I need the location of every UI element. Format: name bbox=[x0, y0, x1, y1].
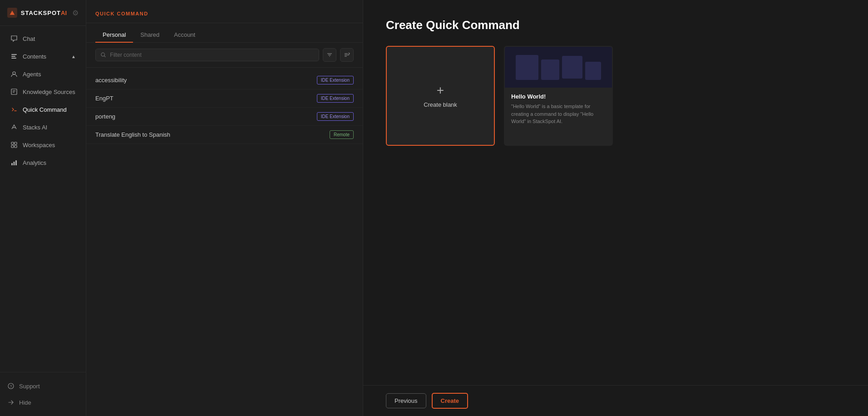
panel-title: QUICK COMMAND bbox=[95, 11, 148, 16]
sidebar-item-stacks-ai[interactable]: Stacks AI bbox=[3, 119, 83, 136]
sort-icon bbox=[344, 52, 350, 58]
svg-rect-3 bbox=[11, 54, 17, 55]
support-item[interactable]: ? Support bbox=[0, 378, 86, 394]
page-title: Create Quick Command bbox=[386, 18, 845, 32]
svg-rect-13 bbox=[15, 142, 17, 144]
filter-button[interactable] bbox=[323, 48, 336, 62]
svg-rect-14 bbox=[11, 145, 14, 148]
contents-chevron-icon: ▲ bbox=[71, 54, 76, 59]
svg-rect-7 bbox=[11, 89, 17, 94]
main-inner: Create Quick Command + Create blank Hell… bbox=[363, 0, 868, 385]
item-name: EngPT bbox=[95, 95, 317, 102]
analytics-icon bbox=[10, 158, 18, 167]
previous-button[interactable]: Previous bbox=[386, 393, 426, 408]
tabs-row: Personal Shared Account bbox=[86, 23, 363, 43]
svg-point-6 bbox=[13, 72, 15, 74]
list-item[interactable]: accessibility IDE Extension bbox=[86, 71, 363, 89]
hide-label: Hide bbox=[19, 399, 31, 406]
hide-item[interactable]: Hide bbox=[0, 394, 86, 411]
search-input[interactable] bbox=[110, 52, 314, 58]
svg-rect-5 bbox=[11, 58, 16, 59]
list-item[interactable]: porteng IDE Extension bbox=[86, 108, 363, 126]
search-icon bbox=[100, 52, 106, 58]
panel-header: QUICK COMMAND bbox=[86, 0, 363, 23]
sidebar-label-agents: Agents bbox=[23, 71, 41, 78]
item-badge: IDE Extension bbox=[317, 94, 354, 103]
sidebar-label-analytics: Analytics bbox=[23, 159, 46, 166]
svg-text:?: ? bbox=[10, 384, 12, 389]
preview-block-4 bbox=[585, 62, 601, 80]
sidebar-item-contents[interactable]: Contents ▲ bbox=[3, 48, 83, 65]
preview-block-1 bbox=[516, 55, 538, 80]
sidebar-label-knowledge: Knowledge Sources bbox=[23, 89, 75, 95]
item-badge: IDE Extension bbox=[317, 112, 354, 121]
plus-icon: + bbox=[437, 84, 444, 97]
template-title: Hello World! bbox=[511, 93, 606, 100]
sidebar-label-quick-command: Quick Command bbox=[23, 106, 67, 113]
svg-rect-12 bbox=[11, 142, 14, 144]
filter-icon bbox=[326, 52, 333, 58]
svg-line-22 bbox=[104, 56, 106, 57]
sidebar-label-workspaces: Workspaces bbox=[23, 142, 55, 149]
create-button[interactable]: Create bbox=[432, 393, 468, 409]
sidebar-nav: Chat Contents ▲ Agents bbox=[0, 26, 86, 372]
svg-rect-18 bbox=[15, 160, 17, 165]
sidebar: STACKSPOTAI ⚙ Chat Contents ▲ bbox=[0, 0, 86, 416]
app-logo: STACKSPOTAI ⚙ bbox=[0, 0, 86, 26]
sidebar-item-knowledge-sources[interactable]: Knowledge Sources bbox=[3, 83, 83, 100]
sidebar-footer: ? Support Hide bbox=[0, 372, 86, 416]
logo-icon bbox=[7, 6, 17, 19]
chat-icon bbox=[10, 35, 18, 43]
create-blank-label: Create blank bbox=[424, 101, 457, 108]
logo-settings-icon[interactable]: ⚙ bbox=[72, 9, 79, 17]
svg-rect-15 bbox=[15, 145, 17, 148]
svg-rect-4 bbox=[11, 56, 15, 57]
svg-rect-17 bbox=[14, 162, 15, 165]
template-grid: + Create blank Hello World! "Hello World… bbox=[386, 46, 845, 146]
svg-rect-2 bbox=[11, 14, 14, 15]
middle-panel: QUICK COMMAND Personal Shared Account bbox=[86, 0, 363, 416]
logo-text: STACKSPOTAI bbox=[21, 9, 67, 17]
tab-account[interactable]: Account bbox=[167, 28, 202, 43]
template-card-hello-world[interactable]: Hello World! "Hello World" is a basic te… bbox=[504, 46, 613, 146]
agents-icon bbox=[10, 70, 18, 78]
sidebar-label-chat: Chat bbox=[23, 35, 35, 42]
support-icon: ? bbox=[7, 382, 15, 390]
template-preview bbox=[505, 47, 612, 88]
list-item[interactable]: EngPT IDE Extension bbox=[86, 89, 363, 108]
knowledge-icon bbox=[10, 88, 18, 96]
content-list: accessibility IDE Extension EngPT IDE Ex… bbox=[86, 68, 363, 416]
tab-personal[interactable]: Personal bbox=[95, 28, 133, 43]
item-name: Translate English to Spanish bbox=[95, 131, 330, 138]
search-box[interactable] bbox=[95, 49, 319, 61]
template-info: Hello World! "Hello World" is a basic te… bbox=[505, 88, 612, 145]
item-badge: Remote bbox=[330, 130, 354, 139]
item-badge: IDE Extension bbox=[317, 76, 354, 84]
item-name: porteng bbox=[95, 113, 317, 120]
sidebar-item-analytics[interactable]: Analytics bbox=[3, 154, 83, 171]
list-item[interactable]: Translate English to Spanish Remote bbox=[86, 126, 363, 144]
sidebar-item-agents[interactable]: Agents bbox=[3, 65, 83, 83]
search-filter-row bbox=[86, 43, 363, 68]
item-name: accessibility bbox=[95, 77, 317, 84]
preview-block-3 bbox=[562, 56, 582, 79]
sidebar-item-workspaces[interactable]: Workspaces bbox=[3, 136, 83, 154]
support-label: Support bbox=[19, 383, 40, 390]
sidebar-item-chat[interactable]: Chat bbox=[3, 30, 83, 47]
main-content: Create Quick Command + Create blank Hell… bbox=[363, 0, 868, 416]
svg-rect-16 bbox=[11, 163, 13, 165]
preview-block-2 bbox=[541, 59, 559, 80]
sort-button[interactable] bbox=[340, 48, 354, 62]
quick-command-icon bbox=[10, 105, 18, 114]
workspaces-icon bbox=[10, 141, 18, 149]
sidebar-item-quick-command[interactable]: Quick Command bbox=[3, 101, 83, 118]
sidebar-label-stacks-ai: Stacks AI bbox=[23, 124, 47, 131]
hide-icon bbox=[7, 399, 15, 406]
template-description: "Hello World" is a basic template for cr… bbox=[511, 103, 606, 125]
tab-shared[interactable]: Shared bbox=[133, 28, 167, 43]
stacks-ai-icon bbox=[10, 123, 18, 131]
contents-icon bbox=[10, 52, 18, 60]
svg-point-21 bbox=[101, 53, 105, 56]
main-footer: Previous Create bbox=[363, 385, 868, 416]
template-card-blank[interactable]: + Create blank bbox=[386, 46, 495, 146]
